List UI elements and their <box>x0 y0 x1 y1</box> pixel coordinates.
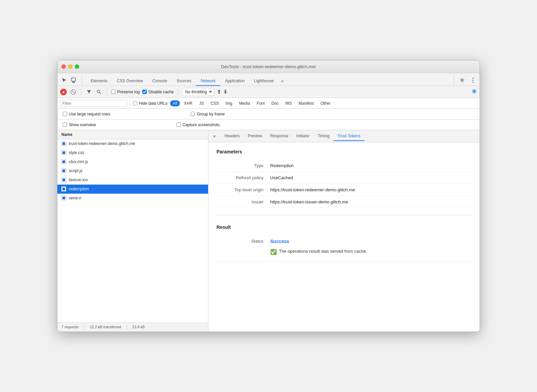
upload-icon[interactable]: ⬆ <box>217 89 221 95</box>
file-name-0: trust-token-redeemer-demo.glitch.me <box>69 141 135 146</box>
filter-type-doc[interactable]: Doc <box>269 100 281 106</box>
record-button[interactable]: ● <box>60 89 67 95</box>
show-overview-checkbox[interactable] <box>63 122 67 127</box>
more-options-icon[interactable] <box>469 76 477 84</box>
file-icon-2 <box>61 159 66 164</box>
network-settings-icon[interactable] <box>472 89 477 95</box>
minimize-button[interactable] <box>68 64 72 69</box>
result-message: The operations result was served from ca… <box>279 249 367 254</box>
toolbar-separator-2 <box>107 89 107 95</box>
detail-tab-timing[interactable]: Timing <box>313 132 334 141</box>
result-title: Result <box>216 225 472 230</box>
devtools-right-icons <box>454 76 477 86</box>
toolbar-separator-1 <box>81 89 81 95</box>
filter-icon[interactable] <box>85 88 93 96</box>
throttle-select[interactable]: No throttling Fast 3G Slow 3G Offline <box>182 88 214 96</box>
footer-size: 13.9 kB <box>132 325 145 330</box>
large-rows-checkbox[interactable] <box>63 112 67 116</box>
hide-data-urls-label[interactable]: Hide data URLs <box>133 101 167 106</box>
preserve-log-label[interactable]: Preserve log <box>111 90 140 94</box>
capture-screenshots-checkbox[interactable] <box>177 122 181 127</box>
file-item-6[interactable]: send-rr <box>57 194 208 203</box>
tab-network[interactable]: Network <box>196 77 220 86</box>
upload-download-icons: ⬆ ⬇ <box>217 89 228 95</box>
tab-console[interactable]: Console <box>148 77 172 86</box>
tab-lighthouse[interactable]: Lighthouse <box>249 77 279 86</box>
param-key-origin: Top level origin <box>216 187 263 192</box>
tab-sources[interactable]: Sources <box>172 77 196 86</box>
close-button[interactable] <box>61 64 66 69</box>
capture-screenshots-label[interactable]: Capture screenshots <box>177 122 220 127</box>
filter-type-xhr[interactable]: XHR <box>181 100 195 106</box>
large-rows-label[interactable]: Use large request rows <box>63 112 110 116</box>
file-name-6: send-rr <box>69 196 82 200</box>
file-item-0[interactable]: trust-token-redeemer-demo.glitch.me <box>57 139 208 148</box>
tab-css-overview[interactable]: CSS Overview <box>112 77 148 86</box>
show-overview-label[interactable]: Show overview <box>63 122 96 127</box>
param-key-type: Type <box>216 163 263 168</box>
filter-separator <box>130 100 130 107</box>
network-toolbar: ● Preserve log Disable cach <box>57 86 480 98</box>
filter-type-font[interactable]: Font <box>254 100 267 106</box>
details-panel: × Headers Preview Response Initiator Tim… <box>208 130 480 332</box>
file-item-3[interactable]: script.js <box>57 166 208 176</box>
preserve-log-checkbox[interactable] <box>111 90 115 94</box>
file-item-1[interactable]: style.css <box>57 148 208 157</box>
options-row-1: Use large request rows Group by frame <box>57 109 480 119</box>
filter-row: Hide data URLs All XHR JS CSS Img Media … <box>57 98 480 109</box>
file-icon-6 <box>61 196 66 200</box>
filter-type-css[interactable]: CSS <box>208 100 222 106</box>
file-item-2[interactable]: cbor.min.js <box>57 157 208 166</box>
detail-tab-headers[interactable]: Headers <box>221 132 244 141</box>
tab-elements[interactable]: Elements <box>86 77 112 86</box>
download-icon[interactable]: ⬇ <box>223 89 228 95</box>
file-item-4[interactable]: favicon.ico <box>57 176 208 185</box>
detail-tab-initiator[interactable]: Initiator <box>292 132 313 141</box>
file-icon-5 <box>61 187 66 191</box>
hide-data-urls-checkbox[interactable] <box>133 101 137 105</box>
more-tabs-button[interactable]: » <box>279 76 287 86</box>
filter-type-js[interactable]: JS <box>196 100 206 106</box>
filter-input[interactable] <box>60 100 127 107</box>
detail-tab-preview[interactable]: Preview <box>244 132 266 141</box>
filter-types: All XHR JS CSS Img Media Font Doc WS Man… <box>170 100 333 106</box>
close-panel-button[interactable]: × <box>211 133 218 140</box>
detail-tab-response[interactable]: Response <box>266 132 292 141</box>
result-section: Result Status Success ✅ The operations r… <box>216 222 472 262</box>
tab-application[interactable]: Application <box>220 77 249 86</box>
search-icon[interactable] <box>95 88 103 96</box>
detail-tab-trust-tokens[interactable]: Trust Tokens <box>334 132 364 141</box>
disable-cache-checkbox[interactable] <box>142 90 147 94</box>
svg-point-2 <box>473 78 474 79</box>
filter-type-all[interactable]: All <box>170 100 180 106</box>
settings-icon[interactable] <box>458 76 466 84</box>
file-name-4: favicon.ico <box>69 178 88 182</box>
params-table: Type Redemption Refresh policy UseCached… <box>216 160 472 208</box>
traffic-lights <box>61 64 79 69</box>
section-divider <box>216 215 472 215</box>
param-key-refresh: Refresh policy <box>216 175 263 180</box>
result-status-key: Status <box>216 239 263 258</box>
footer-requests: 7 requests <box>61 325 79 330</box>
disable-cache-label[interactable]: Disable cache <box>142 90 174 94</box>
filter-type-ws[interactable]: WS <box>283 100 294 106</box>
param-value-type: Redemption <box>270 163 294 168</box>
filter-type-other[interactable]: Other <box>318 100 333 106</box>
success-row: ✅ The operations result was served from … <box>270 245 367 258</box>
device-icon[interactable] <box>69 76 78 84</box>
filter-type-media[interactable]: Media <box>236 100 253 106</box>
footer-transferred: 12.2 kB transferred <box>90 325 121 330</box>
group-by-frame-label[interactable]: Group by frame <box>191 112 225 116</box>
filter-type-manifest[interactable]: Manifest <box>296 100 316 106</box>
maximize-button[interactable] <box>75 64 79 69</box>
file-item-5[interactable]: redemption <box>57 185 208 194</box>
inspect-icon[interactable] <box>60 76 68 84</box>
clear-button[interactable] <box>69 88 77 96</box>
file-name-3: script.js <box>69 168 83 173</box>
group-by-frame-checkbox[interactable] <box>191 112 195 116</box>
result-status-value: Success <box>270 239 367 244</box>
svg-rect-1 <box>72 82 75 83</box>
detail-tab-bar: × Headers Preview Response Initiator Tim… <box>208 130 480 142</box>
param-value-origin: https://trust-token-redeemer-demo.glitch… <box>270 187 355 192</box>
filter-type-img[interactable]: Img <box>223 100 235 106</box>
